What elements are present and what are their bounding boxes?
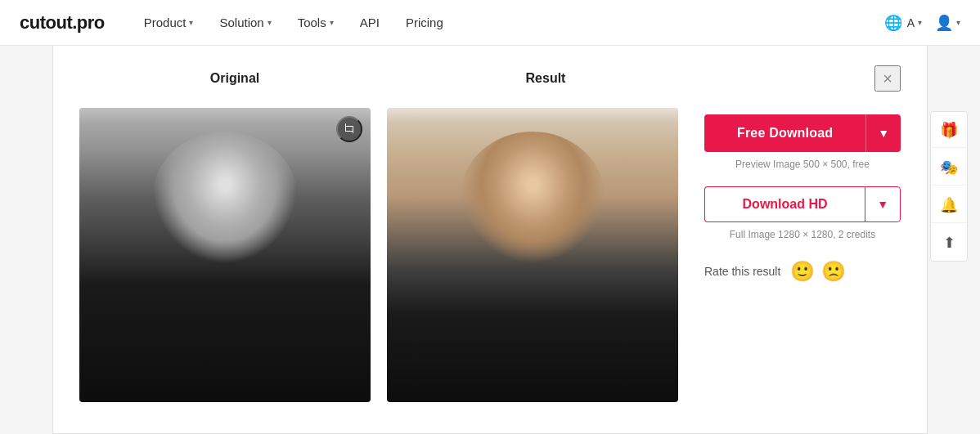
main-panel: Original Result × bbox=[52, 46, 928, 434]
solution-chevron-icon: ▾ bbox=[267, 18, 272, 27]
free-download-dropdown-icon: ▼ bbox=[878, 127, 889, 140]
crop-button[interactable] bbox=[336, 116, 362, 142]
original-label: Original bbox=[79, 71, 390, 86]
logo[interactable]: cutout.pro bbox=[20, 12, 105, 34]
avatar-icon: 🎭 bbox=[940, 159, 958, 177]
download-hd-row: Download HD ▼ bbox=[704, 186, 901, 222]
free-download-row: Free Download ▼ bbox=[704, 114, 901, 152]
rate-sad-button[interactable]: 🙁 bbox=[821, 260, 846, 283]
language-button[interactable]: 🌐 A ▾ bbox=[884, 14, 922, 32]
gift-icon: 🎁 bbox=[940, 121, 958, 139]
sidebar-upload-button[interactable]: ⬆ bbox=[931, 225, 967, 261]
nav-api[interactable]: API bbox=[360, 16, 380, 29]
panel-header: Original Result × bbox=[79, 65, 901, 92]
nav-pricing[interactable]: Pricing bbox=[406, 16, 443, 29]
download-hd-button[interactable]: Download HD bbox=[704, 186, 865, 222]
right-sidebar: 🎁 🎭 🔔 ⬆ bbox=[930, 111, 968, 262]
upload-icon: ⬆ bbox=[943, 234, 955, 252]
panel-content: Original Result × bbox=[53, 46, 927, 422]
rate-icons: 🙂 🙁 bbox=[790, 260, 846, 283]
nav-tools[interactable]: Tools ▾ bbox=[298, 16, 334, 29]
sidebar-gift-button[interactable]: 🎁 bbox=[931, 112, 967, 148]
main-nav: Product ▾ Solution ▾ Tools ▾ API Pricing bbox=[144, 16, 884, 29]
free-download-button[interactable]: Free Download bbox=[704, 114, 865, 152]
header: cutout.pro Product ▾ Solution ▾ Tools ▾ … bbox=[0, 0, 980, 46]
download-hd-dropdown-button[interactable]: ▼ bbox=[865, 186, 901, 222]
user-button[interactable]: 👤 ▾ bbox=[935, 14, 960, 32]
download-hd-dropdown-icon: ▼ bbox=[877, 198, 888, 211]
notification-icon: 🔔 bbox=[940, 196, 958, 214]
preview-info-text: Preview Image 500 × 500, free bbox=[704, 159, 901, 170]
lang-chevron-icon: ▾ bbox=[918, 18, 922, 27]
header-right: 🌐 A ▾ 👤 ▾ bbox=[884, 14, 960, 32]
original-image-container bbox=[79, 108, 371, 402]
columns-header: Original Result bbox=[79, 71, 701, 86]
action-panel: Free Download ▼ Preview Image 500 × 500,… bbox=[704, 108, 901, 283]
product-chevron-icon: ▾ bbox=[189, 18, 193, 27]
user-icon: 👤 bbox=[935, 14, 953, 32]
tools-chevron-icon: ▾ bbox=[330, 18, 334, 27]
lang-label: A bbox=[907, 16, 915, 29]
sidebar-notification-button[interactable]: 🔔 bbox=[931, 187, 967, 223]
result-image-container bbox=[387, 108, 678, 402]
crop-icon bbox=[343, 123, 356, 136]
nav-product[interactable]: Product ▾ bbox=[144, 16, 194, 29]
rate-happy-button[interactable]: 🙂 bbox=[790, 260, 815, 283]
original-image bbox=[79, 108, 371, 402]
nav-solution[interactable]: Solution ▾ bbox=[219, 16, 271, 29]
images-row: Free Download ▼ Preview Image 500 × 500,… bbox=[79, 108, 901, 402]
translate-icon: 🌐 bbox=[884, 14, 902, 32]
rate-label: Rate this result bbox=[704, 265, 780, 278]
rate-row: Rate this result 🙂 🙁 bbox=[704, 260, 901, 283]
sidebar-avatar-button[interactable]: 🎭 bbox=[931, 150, 967, 186]
close-button[interactable]: × bbox=[874, 65, 901, 92]
result-label: Result bbox=[390, 71, 701, 86]
free-download-dropdown-button[interactable]: ▼ bbox=[865, 114, 901, 152]
user-chevron-icon: ▾ bbox=[956, 18, 960, 27]
hd-info-text: Full Image 1280 × 1280, 2 credits bbox=[704, 229, 901, 240]
result-image bbox=[387, 108, 678, 402]
